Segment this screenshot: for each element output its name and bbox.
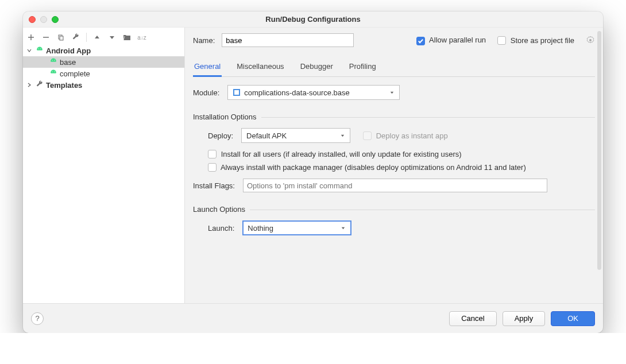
tab-debugger[interactable]: Debugger <box>299 57 334 76</box>
install-pm-row: Always install with package manager (dis… <box>208 163 595 172</box>
footer: ? Cancel Apply OK <box>23 303 603 333</box>
checkbox-icon <box>208 150 217 158</box>
chevron-right-icon[interactable] <box>26 81 33 90</box>
deploy-label: Deploy: <box>208 131 233 140</box>
launch-value: Nothing <box>248 224 273 233</box>
traffic-lights <box>29 16 59 23</box>
copy-config-icon[interactable] <box>56 33 65 42</box>
tree-node-android-app[interactable]: Android App <box>23 45 184 56</box>
deploy-dropdown[interactable]: Default APK <box>241 128 350 143</box>
section-title: Launch Options <box>193 205 595 214</box>
install-flags-row: Install Flags: <box>208 179 595 192</box>
store-project-checkbox[interactable]: Store as project file <box>497 36 574 45</box>
header-options: Allow parallel run Store as project file <box>416 36 595 45</box>
section-label: Launch Options <box>193 205 245 214</box>
install-pm-label: Always install with package manager (dis… <box>221 163 526 172</box>
apply-button[interactable]: Apply <box>503 311 546 326</box>
launch-dropdown[interactable]: Nothing <box>242 220 351 235</box>
svg-point-4 <box>52 60 53 60</box>
window-title: Run/Debug Configurations <box>265 15 360 24</box>
section-title: Installation Options <box>193 113 595 121</box>
allow-parallel-label: Allow parallel run <box>429 36 486 44</box>
svg-point-7 <box>54 71 55 72</box>
gear-icon[interactable] <box>586 36 595 45</box>
minimize-button[interactable] <box>40 16 47 23</box>
allow-parallel-checkbox[interactable]: Allow parallel run <box>416 36 486 45</box>
tab-miscellaneous[interactable]: Miscellaneous <box>235 57 285 76</box>
close-button[interactable] <box>29 16 36 23</box>
deploy-row: Deploy: Default APK Deploy as instant ap… <box>208 128 595 143</box>
install-flags-label: Install Flags: <box>193 181 235 190</box>
checkbox-icon <box>363 131 372 140</box>
tab-profiling[interactable]: Profiling <box>348 57 377 76</box>
divider <box>250 210 595 210</box>
install-pm-checkbox[interactable]: Always install with package manager (dis… <box>208 163 526 172</box>
cancel-button[interactable]: Cancel <box>449 311 496 326</box>
checkbox-icon <box>416 37 425 45</box>
remove-config-icon[interactable] <box>41 33 51 42</box>
config-sidebar: a↓z Android App base complete Templates <box>23 28 185 303</box>
launch-row: Launch: Nothing <box>208 220 595 235</box>
android-icon <box>36 47 44 55</box>
move-down-icon[interactable] <box>107 33 117 42</box>
divider <box>261 117 595 118</box>
content-panel: Name: Allow parallel run Store as projec… <box>185 28 603 303</box>
android-icon <box>49 69 57 78</box>
chevron-down-icon[interactable] <box>26 47 33 55</box>
section-label: Installation Options <box>193 113 257 121</box>
tree-node-base[interactable]: base <box>23 56 184 68</box>
tabs: General Miscellaneous Debugger Profiling <box>193 57 595 77</box>
zoom-button[interactable] <box>52 16 59 23</box>
tree-node-complete[interactable]: complete <box>23 68 184 79</box>
wrench-icon <box>36 80 44 90</box>
name-label: Name: <box>193 36 215 45</box>
chevron-down-icon <box>340 131 345 140</box>
edit-templates-icon[interactable] <box>71 33 80 42</box>
add-config-icon[interactable] <box>26 33 36 42</box>
module-dropdown[interactable]: complications-data-source.base <box>227 85 400 100</box>
module-label: Module: <box>193 88 219 97</box>
scrollbar[interactable] <box>597 31 601 270</box>
deploy-instant-checkbox: Deploy as instant app <box>363 131 448 140</box>
checkbox-icon <box>497 36 506 45</box>
dialog-body: a↓z Android App base complete Templates <box>23 28 603 303</box>
module-value: complications-data-source.base <box>244 88 350 97</box>
chevron-down-icon <box>389 88 395 97</box>
sort-icon[interactable]: a↓z <box>137 33 146 42</box>
svg-point-6 <box>52 71 53 72</box>
install-all-users-row: Install for all users (if already instal… <box>208 150 595 158</box>
svg-rect-1 <box>60 36 63 40</box>
titlebar[interactable]: Run/Debug Configurations <box>23 11 603 28</box>
svg-point-2 <box>38 48 39 49</box>
svg-rect-9 <box>234 90 239 95</box>
module-row: Module: complications-data-source.base <box>193 85 595 100</box>
launch-options-section: Launch Options Launch: Nothing <box>193 205 595 235</box>
tree-node-templates[interactable]: Templates <box>23 79 184 91</box>
install-all-users-label: Install for all users (if already instal… <box>221 150 462 158</box>
dialog-window: Run/Debug Configurations a↓z Android App <box>23 11 603 333</box>
svg-point-5 <box>54 60 55 60</box>
tree-label-base: base <box>60 58 76 67</box>
help-button[interactable]: ? <box>31 312 44 325</box>
name-row: Name: Allow parallel run Store as projec… <box>193 28 595 51</box>
name-input[interactable] <box>222 33 354 47</box>
tree-label-complete: complete <box>60 69 90 78</box>
move-up-icon[interactable] <box>92 33 102 42</box>
store-project-label: Store as project file <box>511 36 574 45</box>
svg-point-3 <box>40 48 41 49</box>
folder-icon[interactable] <box>122 33 132 42</box>
tab-general[interactable]: General <box>193 57 222 76</box>
toolbar-separator <box>86 33 87 42</box>
install-flags-input[interactable] <box>243 179 547 192</box>
checkbox-icon <box>208 163 217 172</box>
tree-label-android-app: Android App <box>46 47 91 55</box>
deploy-value: Default APK <box>246 131 287 140</box>
ok-button[interactable]: OK <box>551 311 595 326</box>
deploy-instant-label: Deploy as instant app <box>376 131 448 140</box>
installation-options-section: Installation Options Deploy: Default APK… <box>193 113 595 192</box>
sidebar-toolbar: a↓z <box>23 30 184 45</box>
install-all-users-checkbox[interactable]: Install for all users (if already instal… <box>208 150 462 158</box>
tree-label-templates: Templates <box>46 81 82 90</box>
chevron-down-icon <box>341 224 346 233</box>
android-icon <box>49 58 57 66</box>
